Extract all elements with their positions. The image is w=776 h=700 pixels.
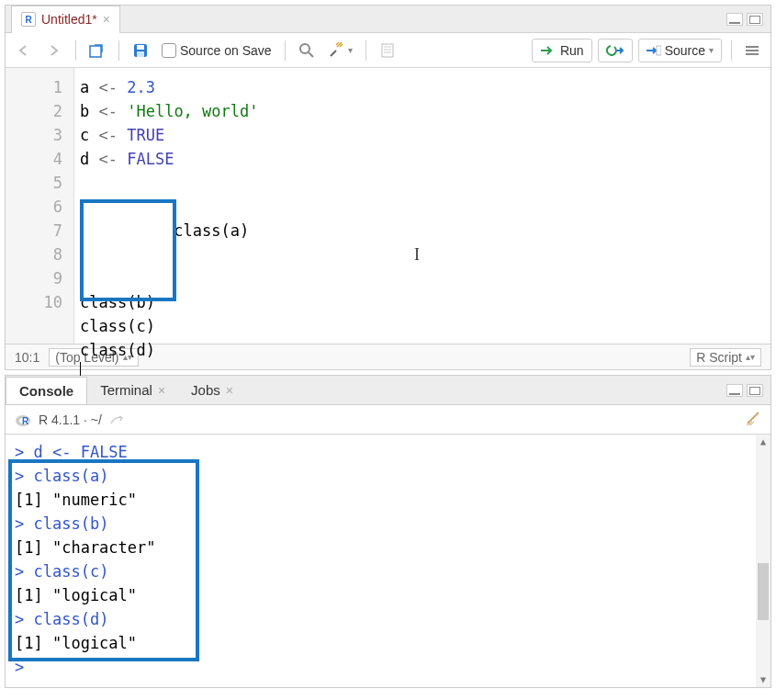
console-output[interactable]: > d <- FALSE> class(a)[1] "numeric"> cla…: [6, 435, 770, 687]
line-number: 1: [6, 75, 62, 99]
console-subheader: R R 4.1.1 · ~/: [6, 405, 770, 435]
console-prompt: >: [15, 467, 33, 485]
line-number: 8: [6, 243, 62, 266]
scrollbar-thumb[interactable]: [758, 563, 769, 620]
line-number: 6: [6, 195, 62, 219]
code-editor[interactable]: 1 2 3 4 5 6 7 8 9 10 a <- 2.3 b <- 'Hell…: [6, 68, 770, 344]
console-output-line: [1] "character": [15, 538, 156, 557]
tab-terminal[interactable]: Terminal ×: [87, 377, 178, 403]
console-tab-bar: Console Terminal × Jobs ×: [6, 376, 770, 405]
chevron-down-icon: ▾: [348, 45, 353, 55]
console-prompt: >: [15, 658, 33, 676]
source-label: Source: [665, 43, 705, 58]
save-button[interactable]: [129, 39, 152, 62]
console-pane: Console Terminal × Jobs × R R 4.1.1 · ~/: [5, 375, 771, 688]
source-tab-bar: R Untitled1* ×: [6, 6, 770, 33]
console-prompt: >: [15, 443, 33, 461]
line-number: 9: [6, 266, 62, 290]
svg-line-5: [309, 52, 313, 57]
find-replace-button[interactable]: [295, 39, 319, 62]
r-logo-icon: R: [15, 412, 31, 428]
scroll-up-icon[interactable]: ▲: [758, 436, 769, 447]
console-command: d <- FALSE: [33, 443, 127, 461]
close-icon[interactable]: ×: [158, 383, 165, 398]
console-command: class(c): [33, 562, 108, 581]
outline-button[interactable]: [741, 39, 763, 62]
console-command: class(a): [33, 467, 108, 485]
close-icon[interactable]: ×: [226, 383, 233, 398]
checkbox-icon: [162, 43, 176, 58]
scroll-down-icon[interactable]: ▼: [758, 674, 769, 685]
chevron-down-icon: ▾: [709, 45, 714, 55]
svg-rect-10: [657, 46, 661, 55]
tab-title: Untitled1*: [41, 12, 97, 27]
console-output-line: [1] "numeric": [15, 491, 137, 509]
console-command: class(d): [33, 610, 108, 628]
source-on-save-checkbox[interactable]: Source on Save: [158, 39, 276, 62]
popout-icon[interactable]: [109, 414, 124, 425]
line-number: 5: [6, 171, 62, 195]
back-button[interactable]: [13, 39, 37, 62]
source-pane: R Untitled1* ×: [5, 5, 771, 370]
source-button[interactable]: Source ▾: [638, 39, 722, 62]
compile-report-button[interactable]: [376, 39, 399, 62]
line-number: 7: [6, 219, 62, 243]
source-toolbar: Source on Save ▾ Run: [6, 33, 770, 68]
svg-point-4: [300, 44, 309, 53]
code-area[interactable]: a <- 2.3 b <- 'Hello, world' c <- TRUE d…: [74, 68, 770, 344]
line-number: 4: [6, 147, 62, 171]
maximize-pane-button[interactable]: [747, 13, 763, 26]
cursor-position: 10:1: [15, 350, 39, 365]
line-number: 2: [6, 99, 62, 123]
run-label: Run: [560, 43, 584, 58]
pane-window-controls: [726, 13, 763, 26]
r-version-label: R 4.1.1 · ~/: [39, 412, 102, 427]
svg-rect-2: [137, 45, 144, 50]
svg-rect-0: [90, 46, 101, 57]
broom-icon[interactable]: [745, 410, 761, 429]
r-file-icon: R: [21, 12, 36, 27]
console-prompt: >: [15, 562, 33, 581]
console-output-line: [1] "logical": [15, 586, 137, 604]
tab-jobs[interactable]: Jobs ×: [178, 377, 246, 403]
close-icon[interactable]: ×: [103, 12, 110, 27]
svg-rect-6: [382, 44, 393, 57]
console-output-line: [1] "logical": [15, 634, 137, 652]
svg-text:R: R: [22, 416, 29, 426]
console-prompt: >: [15, 610, 33, 628]
vertical-scrollbar[interactable]: ▲ ▼: [756, 435, 770, 687]
run-button[interactable]: Run: [532, 39, 592, 62]
maximize-pane-button[interactable]: [747, 384, 763, 397]
forward-button[interactable]: [42, 39, 66, 62]
line-number: 3: [6, 123, 62, 147]
pane-window-controls: [726, 384, 763, 397]
rerun-button[interactable]: [598, 39, 633, 62]
console-command: class(b): [33, 514, 108, 533]
line-number: 10: [6, 290, 62, 314]
text-caret-icon: I: [414, 243, 420, 266]
line-number-gutter: 1 2 3 4 5 6 7 8 9 10: [6, 68, 74, 344]
code-tools-button[interactable]: ▾: [324, 39, 356, 62]
console-prompt: >: [15, 514, 33, 533]
minimize-pane-button[interactable]: [726, 13, 743, 26]
highlight-annotation: [80, 199, 176, 301]
source-tab-untitled1[interactable]: R Untitled1* ×: [11, 6, 120, 33]
minimize-pane-button[interactable]: [726, 384, 743, 397]
source-on-save-label: Source on Save: [180, 43, 272, 58]
tab-console[interactable]: Console: [6, 377, 87, 404]
svg-rect-3: [137, 51, 144, 57]
show-in-new-window-button[interactable]: [85, 39, 109, 62]
